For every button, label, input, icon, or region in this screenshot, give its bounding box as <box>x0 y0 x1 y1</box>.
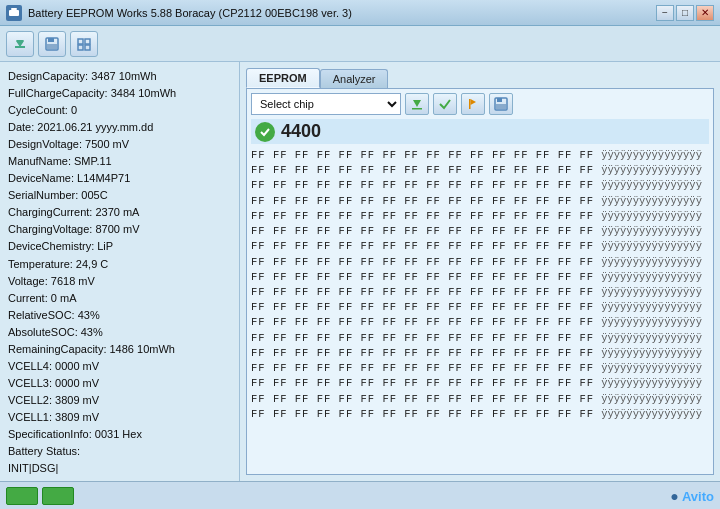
app-icon <box>6 5 22 21</box>
save-button[interactable] <box>38 31 66 57</box>
svg-rect-13 <box>412 108 422 110</box>
hex-bytes: FF FF FF FF FF FF FF FF FF FF FF FF FF F… <box>251 194 594 209</box>
hex-ascii: ÿÿÿÿÿÿÿÿÿÿÿÿÿÿÿÿ <box>601 315 702 330</box>
hex-bytes: FF FF FF FF FF FF FF FF FF FF FF FF FF F… <box>251 331 594 346</box>
svg-marker-15 <box>471 99 477 105</box>
hex-row: FF FF FF FF FF FF FF FF FF FF FF FF FF F… <box>251 331 709 346</box>
window-title: Battery EEPROM Works 5.88 Boracay (CP211… <box>28 7 352 19</box>
tab-eeprom[interactable]: EEPROM <box>246 68 320 88</box>
hex-ascii: ÿÿÿÿÿÿÿÿÿÿÿÿÿÿÿÿ <box>601 407 702 422</box>
svg-rect-6 <box>48 38 54 42</box>
svg-rect-17 <box>497 98 502 102</box>
info-line: INIT|DSG| <box>8 460 231 477</box>
main-window: DesignCapacity: 3487 10mWhFullChargeCapa… <box>0 26 720 509</box>
status-bar: ● Avito <box>0 481 720 509</box>
info-line: CycleCount: 0 <box>8 102 231 119</box>
hex-ascii: ÿÿÿÿÿÿÿÿÿÿÿÿÿÿÿÿ <box>601 224 702 239</box>
hex-row: FF FF FF FF FF FF FF FF FF FF FF FF FF F… <box>251 163 709 178</box>
hex-bytes: FF FF FF FF FF FF FF FF FF FF FF FF FF F… <box>251 346 594 361</box>
info-line: VCELL1: 3809 mV <box>8 409 231 426</box>
status-indicators <box>6 487 74 505</box>
download-button[interactable] <box>6 31 34 57</box>
hex-row: FF FF FF FF FF FF FF FF FF FF FF FF FF F… <box>251 300 709 315</box>
main-toolbar <box>0 26 720 62</box>
info-line: Battery Status: <box>8 443 231 460</box>
eeprom-toolbar: Select chip <box>251 93 709 115</box>
hex-row: FF FF FF FF FF FF FF FF FF FF FF FF FF F… <box>251 285 709 300</box>
info-line: ManufName: SMP.11 <box>8 153 231 170</box>
minimize-button[interactable]: − <box>656 5 674 21</box>
hex-data-area[interactable]: FF FF FF FF FF FF FF FF FF FF FF FF FF F… <box>251 148 709 470</box>
hex-ascii: ÿÿÿÿÿÿÿÿÿÿÿÿÿÿÿÿ <box>601 346 702 361</box>
hex-ascii: ÿÿÿÿÿÿÿÿÿÿÿÿÿÿÿÿ <box>601 209 702 224</box>
svg-rect-18 <box>496 104 506 109</box>
hex-row: FF FF FF FF FF FF FF FF FF FF FF FF FF F… <box>251 239 709 254</box>
info-line: VCELL3: 0000 mV <box>8 375 231 392</box>
hex-ascii: ÿÿÿÿÿÿÿÿÿÿÿÿÿÿÿÿ <box>601 194 702 209</box>
hex-bytes: FF FF FF FF FF FF FF FF FF FF FF FF FF F… <box>251 407 594 422</box>
hex-ascii: ÿÿÿÿÿÿÿÿÿÿÿÿÿÿÿÿ <box>601 255 702 270</box>
chip-number: 4400 <box>281 121 321 142</box>
hex-row: FF FF FF FF FF FF FF FF FF FF FF FF FF F… <box>251 194 709 209</box>
hex-bytes: FF FF FF FF FF FF FF FF FF FF FF FF FF F… <box>251 315 594 330</box>
hex-bytes: FF FF FF FF FF FF FF FF FF FF FF FF FF F… <box>251 209 594 224</box>
info-line: VCELL2: 3809 mV <box>8 392 231 409</box>
options-button[interactable] <box>70 31 98 57</box>
hex-row: FF FF FF FF FF FF FF FF FF FF FF FF FF F… <box>251 392 709 407</box>
tab-analyzer[interactable]: Analyzer <box>320 69 389 88</box>
title-bar: Battery EEPROM Works 5.88 Boracay (CP211… <box>0 0 720 26</box>
svg-rect-0 <box>9 10 19 16</box>
eeprom-content-box: Select chip <box>246 88 714 475</box>
hex-ascii: ÿÿÿÿÿÿÿÿÿÿÿÿÿÿÿÿ <box>601 163 702 178</box>
hex-row: FF FF FF FF FF FF FF FF FF FF FF FF FF F… <box>251 346 709 361</box>
svg-rect-9 <box>85 39 90 44</box>
eeprom-save-btn[interactable] <box>489 93 513 115</box>
svg-rect-8 <box>78 39 83 44</box>
info-line: RelativeSOC: 43% <box>8 307 231 324</box>
hex-bytes: FF FF FF FF FF FF FF FF FF FF FF FF FF F… <box>251 376 594 391</box>
info-line: FullChargeCapacity: 3484 10mWh <box>8 85 231 102</box>
tab-strip: EEPROM Analyzer <box>246 68 714 88</box>
info-line: Temperature: 24,9 C <box>8 256 231 273</box>
hex-row: FF FF FF FF FF FF FF FF FF FF FF FF FF F… <box>251 315 709 330</box>
hex-row: FF FF FF FF FF FF FF FF FF FF FF FF FF F… <box>251 178 709 193</box>
hex-ascii: ÿÿÿÿÿÿÿÿÿÿÿÿÿÿÿÿ <box>601 361 702 376</box>
hex-row: FF FF FF FF FF FF FF FF FF FF FF FF FF F… <box>251 255 709 270</box>
info-line: ChargingVoltage: 8700 mV <box>8 221 231 238</box>
hex-bytes: FF FF FF FF FF FF FF FF FF FF FF FF FF F… <box>251 300 594 315</box>
hex-ascii: ÿÿÿÿÿÿÿÿÿÿÿÿÿÿÿÿ <box>601 300 702 315</box>
svg-marker-12 <box>413 100 421 107</box>
info-line: Date: 2021.06.21 yyyy.mm.dd <box>8 119 231 136</box>
hex-row: FF FF FF FF FF FF FF FF FF FF FF FF FF F… <box>251 407 709 422</box>
hex-ascii: ÿÿÿÿÿÿÿÿÿÿÿÿÿÿÿÿ <box>601 285 702 300</box>
eeprom-verify-btn[interactable] <box>433 93 457 115</box>
hex-ascii: ÿÿÿÿÿÿÿÿÿÿÿÿÿÿÿÿ <box>601 331 702 346</box>
chip-select[interactable]: Select chip <box>251 93 401 115</box>
status-block-1 <box>6 487 38 505</box>
hex-ascii: ÿÿÿÿÿÿÿÿÿÿÿÿÿÿÿÿ <box>601 239 702 254</box>
maximize-button[interactable]: □ <box>676 5 694 21</box>
status-block-2 <box>42 487 74 505</box>
hex-bytes: FF FF FF FF FF FF FF FF FF FF FF FF FF F… <box>251 361 594 376</box>
hex-bytes: FF FF FF FF FF FF FF FF FF FF FF FF FF F… <box>251 163 594 178</box>
hex-row: FF FF FF FF FF FF FF FF FF FF FF FF FF F… <box>251 209 709 224</box>
info-line: SerialNumber: 005C <box>8 187 231 204</box>
info-line: Current: 0 mA <box>8 290 231 307</box>
eeprom-flag-btn[interactable] <box>461 93 485 115</box>
hex-ascii: ÿÿÿÿÿÿÿÿÿÿÿÿÿÿÿÿ <box>601 148 702 163</box>
info-line: RemainingCapacity: 1486 10mWh <box>8 341 231 358</box>
eeprom-download-btn[interactable] <box>405 93 429 115</box>
avito-logo: ● Avito <box>670 488 714 504</box>
close-button[interactable]: ✕ <box>696 5 714 21</box>
info-line: SpecificationInfo: 0031 Hex <box>8 426 231 443</box>
hex-row: FF FF FF FF FF FF FF FF FF FF FF FF FF F… <box>251 270 709 285</box>
right-panel: EEPROM Analyzer Select chip <box>240 62 720 481</box>
content-area: DesignCapacity: 3487 10mWhFullChargeCapa… <box>0 62 720 481</box>
hex-bytes: FF FF FF FF FF FF FF FF FF FF FF FF FF F… <box>251 270 594 285</box>
info-line: DesignCapacity: 3487 10mWh <box>8 68 231 85</box>
svg-rect-14 <box>469 99 471 109</box>
hex-bytes: FF FF FF FF FF FF FF FF FF FF FF FF FF F… <box>251 224 594 239</box>
hex-ascii: ÿÿÿÿÿÿÿÿÿÿÿÿÿÿÿÿ <box>601 376 702 391</box>
hex-bytes: FF FF FF FF FF FF FF FF FF FF FF FF FF F… <box>251 285 594 300</box>
hex-ascii: ÿÿÿÿÿÿÿÿÿÿÿÿÿÿÿÿ <box>601 392 702 407</box>
